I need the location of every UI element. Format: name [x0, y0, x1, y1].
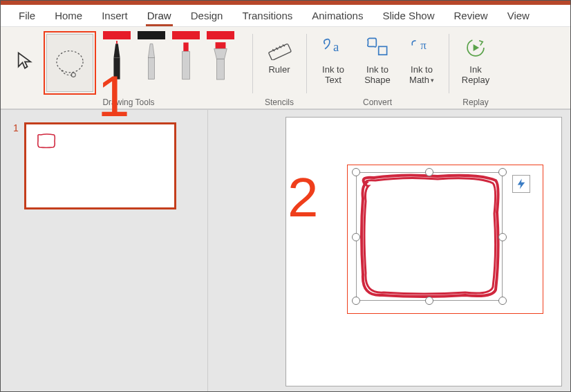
- ink-replay-button[interactable]: Ink Replay: [457, 31, 494, 85]
- svg-rect-13: [379, 46, 387, 55]
- pen-tool-black[interactable]: [138, 31, 165, 82]
- pen-swatch-marker: [172, 31, 200, 39]
- tab-design[interactable]: Design: [181, 7, 233, 24]
- lasso-icon: [52, 43, 88, 83]
- resize-handle-se[interactable]: [498, 297, 507, 305]
- ink-to-text-button[interactable]: a Ink to Text: [315, 31, 352, 85]
- pen-tool-marker[interactable]: [172, 31, 200, 82]
- tab-home[interactable]: Home: [45, 7, 92, 24]
- tab-animations[interactable]: Animations: [302, 7, 373, 24]
- lightning-icon: [515, 178, 527, 190]
- pen-icon: [144, 41, 159, 82]
- tab-view[interactable]: View: [498, 7, 539, 24]
- animation-badge[interactable]: [512, 175, 530, 193]
- ink-to-math-icon: π: [410, 36, 433, 59]
- slide-canvas[interactable]: 2: [286, 117, 562, 386]
- pen-swatch-red: [103, 31, 131, 39]
- ruler-label: Ruler: [268, 64, 290, 75]
- pen-tool-highlighter[interactable]: [207, 31, 234, 82]
- svg-rect-5: [216, 42, 226, 48]
- tab-file[interactable]: File: [9, 7, 45, 24]
- group-drawing-tools: Drawing Tools: [8, 31, 250, 107]
- ink-to-text-icon: a: [321, 36, 345, 59]
- workspace: 1 2: [1, 110, 570, 391]
- slide-thumbnail-panel: 1: [1, 110, 208, 391]
- group-stencils: Ruler Stencils: [255, 31, 303, 107]
- svg-text:a: a: [333, 39, 339, 54]
- group-convert: a Ink to Text Ink to Shape: [309, 31, 446, 107]
- annotation-box-2: [347, 165, 543, 314]
- svg-rect-2: [113, 58, 120, 80]
- slide-thumbnail-1[interactable]: [24, 122, 176, 209]
- ruler-icon: [267, 35, 292, 60]
- pen-swatch-highlighter: [207, 31, 234, 39]
- slide-editor[interactable]: 2: [208, 110, 570, 391]
- select-tool[interactable]: [13, 31, 37, 89]
- highlighter-icon: [212, 41, 230, 82]
- selection-bounding-box[interactable]: [356, 172, 503, 301]
- pen-swatch-black: [138, 31, 165, 39]
- resize-handle-e[interactable]: [498, 233, 507, 241]
- annotation-box-1: [44, 31, 96, 95]
- svg-rect-4: [183, 43, 188, 52]
- marker-icon: [178, 41, 194, 82]
- ink-to-shape-icon: [366, 36, 389, 59]
- ink-to-text-l2: Text: [325, 75, 341, 85]
- ink-replay-l2: Replay: [462, 75, 489, 85]
- thumbnail-number-1: 1: [13, 122, 19, 133]
- lasso-select-tool[interactable]: [46, 34, 93, 92]
- pen-icon: [109, 41, 124, 82]
- resize-handle-s[interactable]: [425, 297, 433, 305]
- tab-slide-show[interactable]: Slide Show: [373, 7, 444, 24]
- ink-to-math-l1: Ink to: [411, 64, 433, 75]
- cursor-icon: [15, 50, 35, 70]
- svg-text:π: π: [420, 39, 427, 52]
- group-replay: Ink Replay Replay: [451, 31, 500, 107]
- ink-to-math-button[interactable]: π Ink to Math ▾: [403, 31, 440, 85]
- ink-to-text-l1: Ink to: [322, 64, 344, 75]
- tab-insert[interactable]: Insert: [92, 7, 138, 24]
- ink-replay-icon: [464, 36, 487, 59]
- group-label-stencils: Stencils: [261, 97, 298, 107]
- svg-rect-3: [148, 58, 154, 80]
- group-label-convert: Convert: [315, 97, 440, 107]
- pen-tool-red[interactable]: [103, 31, 131, 82]
- svg-rect-7: [268, 44, 291, 60]
- thumbnail-ink-shape: [36, 133, 57, 149]
- ribbon-tabbar: File Home Insert Draw Design Transitions…: [1, 5, 570, 27]
- ink-to-math-l2: Math: [409, 75, 429, 85]
- tab-review[interactable]: Review: [444, 7, 497, 24]
- ruler-button[interactable]: Ruler: [261, 31, 298, 75]
- annotation-step-2: 2: [288, 166, 319, 230]
- ribbon: Drawing Tools Ruler Stencils: [1, 27, 570, 110]
- resize-handle-sw[interactable]: [352, 297, 360, 305]
- ink-to-shape-l2: Shape: [364, 75, 391, 85]
- resize-handle-nw[interactable]: [352, 168, 360, 176]
- tab-draw[interactable]: Draw: [138, 7, 181, 24]
- resize-handle-w[interactable]: [352, 233, 360, 241]
- chevron-down-icon: ▾: [431, 77, 434, 84]
- resize-handle-n[interactable]: [425, 168, 433, 176]
- group-label-replay: Replay: [457, 97, 494, 107]
- tab-transitions[interactable]: Transitions: [232, 7, 302, 24]
- group-label-drawing-tools: Drawing Tools: [13, 97, 244, 107]
- svg-rect-6: [216, 59, 224, 80]
- ink-replay-l1: Ink: [469, 64, 481, 75]
- resize-handle-ne[interactable]: [498, 168, 507, 176]
- ink-to-shape-button[interactable]: Ink to Shape: [359, 31, 396, 85]
- ink-to-shape-l1: Ink to: [366, 64, 389, 75]
- svg-point-0: [57, 51, 83, 73]
